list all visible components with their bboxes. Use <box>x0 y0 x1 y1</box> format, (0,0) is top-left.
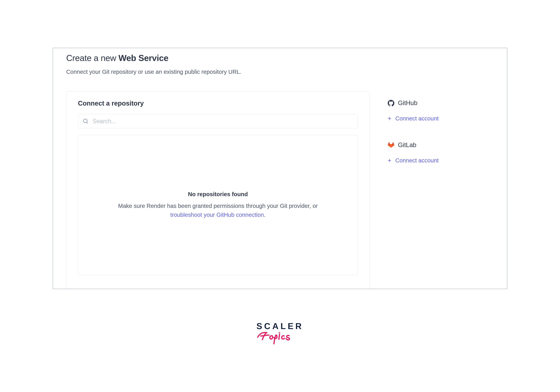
scaler-topics-logo: SCALER <box>254 321 306 346</box>
panel-title: Connect a repository <box>78 100 358 107</box>
svg-line-1 <box>87 122 88 123</box>
plus-icon: + <box>388 157 391 163</box>
empty-state-title: No repositories found <box>188 191 248 198</box>
provider-gitlab-header: GitLab <box>388 141 494 149</box>
provider-gitlab: GitLab + Connect account <box>388 141 494 164</box>
search-input[interactable] <box>93 118 353 125</box>
connect-repository-panel: Connect a repository No repositories fou… <box>66 91 370 289</box>
connect-github-button[interactable]: + Connect account <box>388 115 494 122</box>
logo-wrapper: SCALER <box>0 321 560 346</box>
page-subtitle: Connect your Git repository or use an ex… <box>66 69 494 75</box>
content-area: Connect a repository No repositories fou… <box>53 75 507 289</box>
search-wrapper[interactable] <box>78 114 358 128</box>
svg-point-0 <box>83 119 87 123</box>
troubleshoot-link[interactable]: troubleshoot your GitHub connection <box>170 211 264 218</box>
connect-gitlab-label: Connect account <box>395 157 439 164</box>
logo-line1: SCALER <box>254 321 306 331</box>
gitlab-icon <box>388 142 394 148</box>
page-header: Create a new Web Service Connect your Gi… <box>53 48 507 75</box>
plus-icon: + <box>388 115 391 121</box>
repository-results: No repositories found Make sure Render h… <box>78 135 358 275</box>
connect-gitlab-button[interactable]: + Connect account <box>388 157 494 164</box>
provider-github-name: GitHub <box>398 100 417 107</box>
page-title: Create a new Web Service <box>66 53 494 63</box>
empty-text-part1: Make sure Render has been granted permis… <box>118 203 318 209</box>
provider-github: GitHub + Connect account <box>388 100 494 122</box>
connect-github-label: Connect account <box>395 115 439 122</box>
provider-gitlab-name: GitLab <box>398 141 416 149</box>
search-icon <box>83 118 89 124</box>
empty-text-part2: . <box>264 211 266 218</box>
provider-github-header: GitHub <box>388 100 494 107</box>
app-frame: Create a new Web Service Connect your Gi… <box>53 48 507 289</box>
page-title-prefix: Create a new <box>66 53 119 63</box>
page-title-bold: Web Service <box>119 53 168 63</box>
empty-state-text: Make sure Render has been granted permis… <box>108 201 328 219</box>
providers-sidebar: GitHub + Connect account <box>388 91 494 289</box>
github-icon <box>388 100 394 106</box>
